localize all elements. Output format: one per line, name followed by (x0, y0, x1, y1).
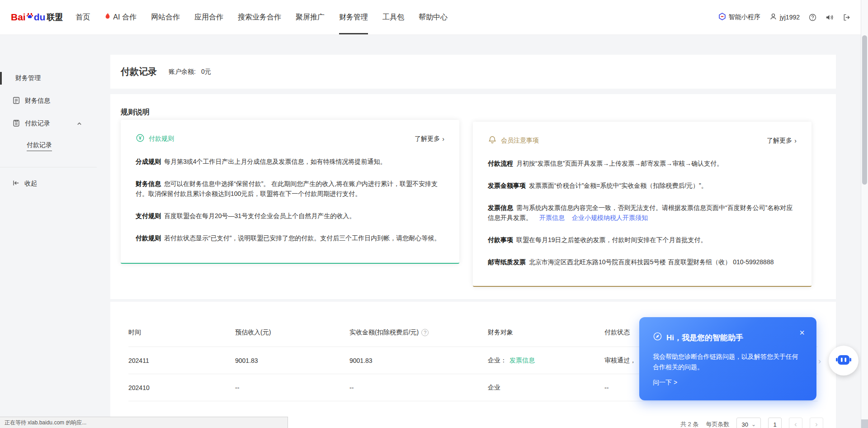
payment-rules-more-link[interactable]: 了解更多 › (415, 135, 444, 143)
cell-estimated: 9001.83 (235, 357, 349, 364)
user-icon (769, 13, 777, 22)
sidebar-item-payment-records[interactable]: 付款记录 (27, 140, 52, 152)
scrollbar-thumb[interactable] (862, 35, 867, 185)
rule-term: 付款规则 (136, 234, 161, 242)
assistant-ask-link[interactable]: 问一下 > (653, 379, 677, 387)
rule-term: 发票金额事项 (488, 182, 526, 189)
rule-desc: 百度联盟会在每月20号—31号支付企业会员上个自然月产生的收入。 (164, 212, 355, 219)
rule-term: 付款流程 (488, 160, 513, 167)
sidebar-collapse-button[interactable]: 收起 (12, 178, 37, 190)
nav-item-help-center[interactable]: 帮助中心 (411, 0, 455, 34)
nav-item-ai-cooperation[interactable]: AI 合作 (97, 0, 144, 34)
page-size-label: 每页条数 (706, 420, 729, 428)
member-notes-card-title: 会员注意事项 (501, 137, 539, 145)
vertical-scrollbar[interactable] (861, 0, 868, 428)
rule-desc: 发票票面“价税合计”金额=系统中“实收金额（扣除税费后/元）”。 (529, 182, 708, 189)
rule-item: 分成规则每月第3或4个工作日产出上月分成信息及发票信息，如有特殊情况将提前通知。 (136, 157, 444, 166)
sidebar-item-finance-info[interactable]: 财务信息 (12, 95, 50, 107)
payment-rules-icon (136, 133, 145, 144)
question-mark-icon[interactable]: ? (421, 329, 429, 336)
rule-item: 发票信息需与系统内发票信息内容完全一致，否则无法支付。请根据发票信息页面中“百度… (488, 203, 797, 223)
close-icon[interactable]: × (799, 328, 805, 337)
chevron-up-icon[interactable] (76, 121, 82, 127)
smart-mini-program-link[interactable]: 智能小程序 (718, 13, 760, 22)
member-notes-more-link[interactable]: 了解更多 › (767, 137, 797, 145)
rule-item: 发票金额事项发票票面“价税合计”金额=系统中“实收金额（扣除税费后/元）”。 (488, 181, 797, 190)
scrollbar-corner (861, 419, 868, 428)
user-menu[interactable]: jyj1992 (769, 13, 800, 22)
payment-rules-card-title: 付款规则 (149, 135, 174, 143)
invoice-info-table-link[interactable]: 发票信息 (509, 357, 535, 365)
assistant-collapse-arrow[interactable]: › (816, 354, 824, 368)
robot-icon (835, 351, 852, 370)
rule-item: 付款事项联盟在每月19日之后签收的发票，付款时间安排在下个月首批支付。 (488, 235, 797, 245)
baidu-union-logo[interactable]: Bai du 联盟 (11, 12, 63, 23)
cell-entity: 企业 (488, 384, 604, 392)
page-size-select[interactable]: 30 ⌄ (736, 418, 761, 428)
sidebar-item-finance-management[interactable]: 财务管理 (15, 72, 41, 84)
sidebar-subitem-label: 付款记录 (27, 141, 52, 151)
logo-text-du: du (34, 12, 46, 23)
browser-status-text: 正在等待 xlab.baidu.com 的响应... (5, 419, 86, 427)
column-header-estimated-income: 预估收入(元) (235, 328, 349, 337)
balance-label: 账户余额: (169, 68, 196, 76)
payment-rules-card: 付款规则 了解更多 › 分成规则每月第3或4个工作日产出上月分成信息及发票信息，… (121, 120, 459, 264)
rule-desc: 您可以在财务信息中选择“保留付款”。 在此期间您产生的收入,将在账户内进行累计，… (136, 180, 438, 197)
top-navigation: Bai du 联盟 首页 AI 合作 网站合作 应用合作 搜索业务合作 聚屏推广… (0, 0, 868, 35)
nav-item-toolkit[interactable]: 工具包 (375, 0, 411, 34)
collapse-label: 收起 (24, 180, 37, 188)
bell-icon (488, 135, 497, 146)
nav-item-search-business[interactable]: 搜索业务合作 (231, 0, 288, 34)
nav-label: AI 合作 (113, 13, 137, 22)
browser-status-bar: 正在等待 xlab.baidu.com 的响应... (0, 417, 288, 428)
invoice-info-link[interactable]: 开票信息 (539, 214, 565, 221)
rules-section: 规则说明 付款规则 了解更多 › 分成规则每月第3或4个工作日产出上月分成信息及… (110, 94, 836, 299)
sidebar: 财务管理 财务信息 付款记录 付款记录 收起 (0, 35, 110, 428)
more-label: 了解更多 (767, 137, 792, 145)
help-icon[interactable] (809, 14, 816, 21)
rule-term: 发票信息 (488, 204, 513, 211)
primary-nav: 首页 AI 合作 网站合作 应用合作 搜索业务合作 聚屏推广 财务管理 工具包 … (68, 0, 455, 34)
small-taxpayer-invoice-guide-link[interactable]: 企业小规模纳税人开票须知 (572, 214, 648, 221)
assistant-header: Hi，我是您的智能助手 (653, 332, 803, 343)
column-header-time: 时间 (128, 328, 235, 337)
column-header-received-amount: 实收金额(扣除税费后/元) ? (349, 328, 488, 337)
nav-item-app-cooperation[interactable]: 应用合作 (187, 0, 231, 34)
current-page-button[interactable]: 1 (768, 418, 782, 428)
rule-desc: 联盟在每月19日之后签收的发票，付款时间安排在下个月首批支付。 (516, 236, 707, 243)
column-header-finance-entity: 财务对象 (488, 328, 604, 337)
cell-estimated: -- (235, 384, 349, 391)
next-page-button[interactable]: › (810, 418, 823, 428)
nav-item-finance-management[interactable]: 财务管理 (332, 0, 375, 34)
pagination: 共 2 条 每页条数 30 ⌄ 1 ‹ › (680, 418, 823, 428)
prev-page-button[interactable]: ‹ (789, 418, 802, 428)
paw-icon (26, 12, 33, 19)
rule-item: 邮寄纸质发票北京市海淀区西北旺东路10号院百度科技园5号楼 百度联盟财务组（收）… (488, 257, 797, 267)
speaker-icon[interactable] (826, 14, 834, 21)
assistant-robot-button[interactable] (829, 346, 859, 376)
cell-time: 202411 (128, 357, 235, 364)
account-balance: 账户余额: 0元 (169, 68, 211, 76)
rule-desc: 每月第3或4个工作日产出上月分成信息及发票信息，如有特殊情况将提前通知。 (164, 158, 387, 165)
collapse-arrow-icon (12, 179, 20, 188)
sidebar-item-label: 财务信息 (25, 97, 50, 105)
nav-label: 工具包 (382, 13, 404, 22)
member-notes-card: 会员注意事项 了解更多 › 付款流程月初按“发票信息”页面开具发票→上传发票→邮… (473, 122, 811, 287)
rule-item: 支付规则百度联盟会在每月20号—31号支付企业会员上个自然月产生的收入。 (136, 211, 444, 221)
cell-time: 202410 (128, 384, 235, 391)
nav-label: 帮助中心 (419, 13, 448, 22)
logout-icon[interactable] (843, 14, 851, 21)
member-notes-card-header: 会员注意事项 了解更多 › (488, 122, 797, 146)
cell-entity: 企业： 发票信息 (488, 357, 604, 365)
nav-item-website-cooperation[interactable]: 网站合作 (144, 0, 187, 34)
rule-item: 付款流程月初按“发票信息”页面开具发票→上传发票→邮寄发票→审核→确认支付。 (488, 158, 797, 168)
flame-icon (104, 13, 111, 22)
username-label: jyj1992 (780, 14, 800, 21)
page-size-value: 30 (741, 421, 748, 428)
compass-icon (653, 332, 662, 343)
sidebar-item-payment-records-group[interactable]: 付款记录 (12, 118, 82, 129)
nav-item-home[interactable]: 首页 (68, 0, 97, 34)
nav-item-screen-promotion[interactable]: 聚屏推广 (288, 0, 332, 34)
rules-section-title: 规则说明 (121, 108, 150, 117)
cell-received: 9001.83 (349, 357, 488, 364)
